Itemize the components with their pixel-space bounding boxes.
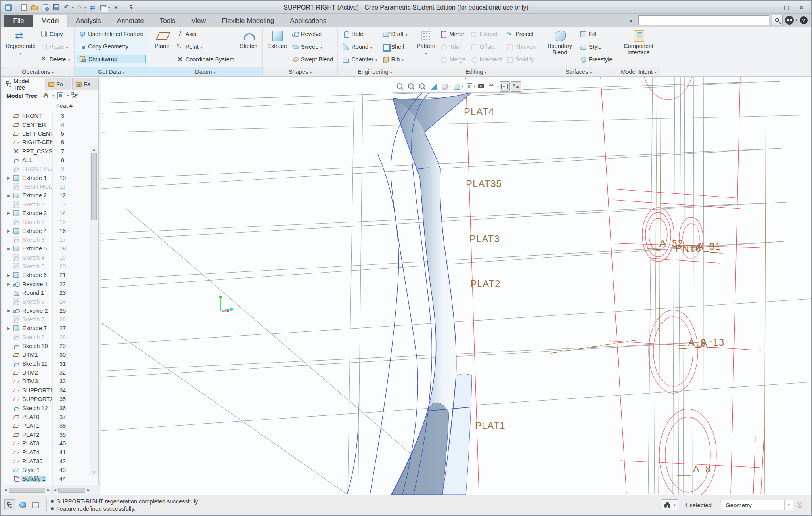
panel-tab-folder-browser[interactable]: Fo... xyxy=(45,78,71,90)
model-tree-item[interactable]: FRONT-PLAT9 xyxy=(3,164,91,173)
tab-flexible-modeling[interactable]: Flexible Modeling xyxy=(214,15,282,27)
group-label-engineering[interactable]: Engineering xyxy=(338,67,412,76)
datum-display-filters-button[interactable] xyxy=(487,81,498,92)
model-tree-item[interactable]: SUPPORT134 xyxy=(3,386,91,395)
freestyle-button[interactable]: Freestyle xyxy=(578,55,615,63)
model-tree-item[interactable]: PLAT340 xyxy=(3,439,91,448)
model-tree-item[interactable]: Sketch 726 xyxy=(3,315,91,324)
expand-arrow-icon[interactable]: ▶ xyxy=(7,229,13,233)
model-tree-item[interactable]: PRT_CSYS_D7 xyxy=(3,147,91,155)
panel-tab-favorites[interactable]: Fa... xyxy=(72,78,99,90)
annotation-display-button[interactable] xyxy=(500,81,510,92)
panel-tab-model-tree[interactable]: Model Tree xyxy=(3,78,44,90)
plane-button[interactable]: Plane xyxy=(151,28,174,66)
tree-settings-icon[interactable] xyxy=(57,92,65,99)
zoom-in-button[interactable]: + xyxy=(406,81,416,92)
model-tree-item[interactable]: ▶Extrude 416 xyxy=(3,226,91,235)
expand-arrow-icon[interactable]: ▶ xyxy=(7,193,13,198)
model-tree-item[interactable]: Sketch 317 xyxy=(3,235,91,244)
model-tree-item[interactable]: Sketch 828 xyxy=(3,333,91,342)
save-button[interactable] xyxy=(51,3,61,12)
repaint-button[interactable] xyxy=(428,81,439,92)
construction-lines-red[interactable] xyxy=(466,77,764,494)
undo-button[interactable]: ↶ xyxy=(62,3,71,12)
hole-button[interactable]: Hole xyxy=(340,30,379,38)
sketch-button[interactable]: Sketch xyxy=(237,28,260,66)
model-tree-item[interactable]: Sketch 215 xyxy=(3,218,91,226)
swept-blend-button[interactable]: Swept Blend xyxy=(290,55,335,63)
tree-settings-dropdown[interactable]: ▾ xyxy=(67,94,69,97)
model-tree-item[interactable]: DTM130 xyxy=(3,350,91,359)
model-tree-item[interactable]: ▶Extrude 621 xyxy=(3,271,91,279)
app-logo-icon[interactable] xyxy=(4,3,13,12)
model-tree-item[interactable]: Sketch 1029 xyxy=(3,342,91,350)
expand-arrow-icon[interactable]: ▶ xyxy=(7,326,13,331)
regenerate-small-button[interactable]: ⇄ xyxy=(88,3,97,12)
model-tree-item[interactable]: DTM333 xyxy=(3,377,91,386)
extrude-button[interactable]: Extrude xyxy=(265,28,289,66)
model-tree-item[interactable]: Sketch 1236 xyxy=(3,403,91,412)
model-tree-item[interactable]: RIGHT-CENT6 xyxy=(3,138,91,147)
model-tree-item[interactable]: Sketch 1131 xyxy=(3,359,91,368)
user-defined-feature-button[interactable]: User-Defined Feature xyxy=(77,30,145,38)
close-window-button[interactable]: × xyxy=(111,3,121,12)
regenerate-button[interactable]: Regenerate xyxy=(4,28,38,66)
model-tree-item[interactable]: SUPPORT235 xyxy=(3,395,91,403)
full-screen-button[interactable] xyxy=(30,499,41,510)
model-tree-item[interactable]: PLAT239 xyxy=(3,430,91,439)
zoom-out-button[interactable]: − xyxy=(417,81,427,92)
boundary-blend-button[interactable]: Boundary Blend xyxy=(543,28,577,66)
copy-button[interactable]: Copy xyxy=(38,30,72,38)
search-tool-button[interactable]: ▾ xyxy=(662,499,678,510)
axis-button[interactable]: Axis xyxy=(174,30,236,38)
tab-model[interactable]: Model xyxy=(33,15,68,27)
model-tree-item[interactable]: CENTER4 xyxy=(3,120,91,129)
user-avatar[interactable] xyxy=(785,16,794,25)
account-dropdown[interactable]: ▾ xyxy=(795,18,797,22)
group-label-datum[interactable]: Datum xyxy=(148,67,262,76)
tree-hscrollbar-right[interactable]: ◀▶ xyxy=(52,487,91,493)
model-tree-item[interactable]: ▶Revolve 225 xyxy=(3,306,91,315)
draft-button[interactable]: Draft xyxy=(380,30,410,38)
group-label-shapes[interactable]: Shapes xyxy=(263,67,337,76)
model-tree-item[interactable]: ▶Extrude 110 xyxy=(3,173,91,182)
search-button[interactable] xyxy=(772,15,783,25)
minimize-button[interactable]: — xyxy=(764,3,778,12)
tree-tools-dropdown[interactable]: ▾ xyxy=(52,94,54,97)
shrinkwrap-button[interactable]: Shrinkwrap xyxy=(77,55,145,63)
expand-arrow-icon[interactable]: ▶ xyxy=(7,176,13,180)
model-tree-item[interactable]: Sketch 624 xyxy=(3,297,91,306)
model-tree-item[interactable]: Style 143 xyxy=(3,466,91,474)
expand-arrow-icon[interactable]: ▶ xyxy=(7,273,13,277)
selection-filter-dropdown[interactable]: Geometry ▾ xyxy=(722,500,793,510)
customize-quick-access-button[interactable]: ▾ xyxy=(127,3,136,12)
group-label-model-intent[interactable]: Model Intent xyxy=(617,67,660,76)
tree-tools-icon[interactable] xyxy=(42,92,50,99)
style-button[interactable]: Style xyxy=(578,43,615,51)
group-label-operations[interactable]: Operations xyxy=(1,67,74,76)
open-file-button[interactable] xyxy=(30,3,39,12)
model-tree-item[interactable]: Sketch 113 xyxy=(3,200,91,208)
undo-dropdown[interactable]: ▾ xyxy=(72,6,74,10)
model-tree-item[interactable]: PLAT037 xyxy=(3,413,91,421)
expand-arrow-icon[interactable]: ▶ xyxy=(7,282,13,286)
toggle-model-tree-button[interactable] xyxy=(4,499,15,510)
model-tree-item[interactable]: ▶Extrude 212 xyxy=(3,191,91,200)
model-tree-item[interactable]: ▶Extrude 727 xyxy=(3,324,91,333)
model-tree-item[interactable]: PLAT138 xyxy=(3,421,91,430)
model-tree-item[interactable]: FRONT3 xyxy=(3,111,91,120)
project-button[interactable]: Project xyxy=(504,30,538,38)
tab-file[interactable]: File xyxy=(4,15,33,27)
saved-orientations-button[interactable] xyxy=(464,81,474,92)
model-tree-item[interactable]: LEFT-CENTER5 xyxy=(3,129,91,138)
shell-button[interactable]: Shell xyxy=(380,43,410,51)
spin-center-button[interactable] xyxy=(511,81,521,92)
component-interface-button[interactable]: Component Interface xyxy=(620,28,658,66)
coordinate-system-button[interactable]: Coordinate System xyxy=(174,55,236,63)
model-tree-item[interactable]: Sketch 520 xyxy=(3,262,91,271)
fill-button[interactable]: Fill xyxy=(578,30,615,38)
scrollbar-thumb[interactable] xyxy=(91,153,97,220)
browser-button[interactable] xyxy=(17,499,28,510)
help-button[interactable]: ? xyxy=(800,16,808,24)
tree-filter-hide-icon[interactable] xyxy=(71,92,79,99)
